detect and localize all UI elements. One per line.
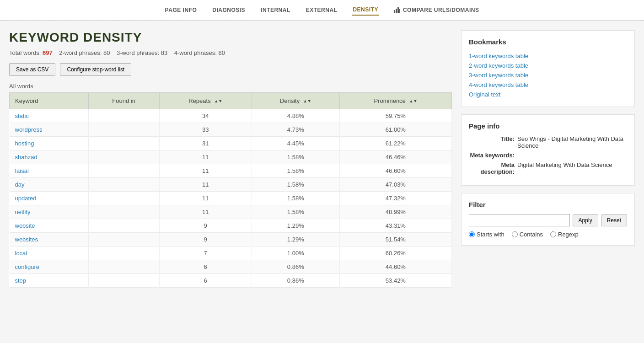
keyword-link[interactable]: shahzad (15, 154, 38, 161)
contains-label: Contains (520, 231, 543, 238)
title-label: Title: (469, 135, 515, 142)
col-repeats[interactable]: Repeats ▲▼ (159, 93, 252, 109)
regexp-radio[interactable] (550, 231, 556, 237)
prominence-cell: 61.22% (339, 137, 451, 150)
found-in-cell (88, 178, 159, 192)
density-cell: 4.73% (252, 123, 339, 137)
filter-regexp[interactable]: Regexp (550, 231, 579, 238)
left-content: KEYWORD DENSITY Total words: 697 2-word … (9, 30, 452, 288)
four-word-label: 4-word phrases: (174, 49, 217, 56)
repeats-cell: 33 (159, 123, 252, 137)
repeats-cell: 34 (159, 109, 252, 123)
title-value: Seo Wings - Digital Marketing With Data … (517, 135, 627, 149)
save-csv-button[interactable]: Save as CSV (9, 63, 55, 76)
keyword-link[interactable]: updated (15, 195, 37, 202)
density-sort-arrows: ▲▼ (303, 99, 311, 103)
reset-button[interactable]: Reset (601, 214, 627, 226)
density-cell: 1.00% (252, 247, 339, 260)
keyword-cell: netlify (10, 205, 89, 219)
density-cell: 1.58% (252, 205, 339, 219)
bookmark-link-3[interactable]: 4-word keywords table (469, 80, 627, 90)
keyword-link[interactable]: step (15, 277, 27, 284)
keyword-link[interactable]: website (15, 222, 35, 229)
regexp-label: Regexp (558, 231, 579, 238)
filter-input[interactable] (469, 214, 570, 226)
keyword-cell: websites (10, 233, 89, 247)
page-info-title: Page info (469, 122, 627, 130)
meta-description-value: Digital Marketing With Data Science (517, 161, 627, 168)
found-in-cell (88, 123, 159, 137)
density-cell: 1.58% (252, 178, 339, 192)
col-density[interactable]: Density ▲▼ (252, 93, 339, 109)
table-row: day111.58%47.03% (10, 178, 452, 192)
nav-internal[interactable]: INTERNAL (260, 5, 291, 15)
table-row: websites91.29%51.54% (10, 233, 452, 247)
density-cell: 4.45% (252, 137, 339, 150)
repeats-sort-arrows: ▲▼ (214, 99, 222, 103)
density-cell: 1.58% (252, 192, 339, 205)
section-label: All words (9, 83, 452, 90)
keyword-link[interactable]: hosting (15, 140, 34, 147)
meta-keywords-row: Meta keywords: (469, 152, 627, 159)
keyword-cell: configure (10, 260, 89, 274)
table-row: netlify111.58%48.99% (10, 205, 452, 219)
page-info-section: Page info Title: Seo Wings - Digital Mar… (461, 114, 635, 186)
title-row: Title: Seo Wings - Digital Marketing Wit… (469, 135, 627, 149)
filter-starts-with[interactable]: Starts with (469, 231, 504, 238)
prominence-cell: 47.03% (339, 178, 451, 192)
repeats-cell: 11 (159, 150, 252, 164)
table-row: static344.88%59.75% (10, 109, 452, 123)
apply-button[interactable]: Apply (573, 214, 598, 226)
contains-radio[interactable] (512, 231, 518, 237)
table-row: configure60.86%44.60% (10, 260, 452, 274)
stats-row: Total words: 697 2-word phrases: 80 3-wo… (9, 49, 452, 56)
repeats-cell: 9 (159, 233, 252, 247)
col-found-in: Found in (88, 93, 159, 109)
keyword-link[interactable]: wordpress (15, 126, 43, 133)
keyword-table: Keyword Found in Repeats ▲▼ Density ▲▼ P… (9, 92, 452, 288)
nav-external[interactable]: EXTERNAL (305, 5, 338, 15)
bookmark-link-4[interactable]: Original text (469, 90, 627, 99)
prominence-cell: 44.60% (339, 260, 451, 274)
bookmarks-title: Bookmarks (469, 38, 627, 46)
configure-stopword-button[interactable]: Configure stop-word list (60, 63, 131, 76)
nav-compare-urls[interactable]: COMPARE URLS/DOMAINS (393, 5, 480, 15)
keyword-link[interactable]: local (15, 250, 27, 257)
bookmark-link-2[interactable]: 3-word keywords table (469, 70, 627, 80)
keyword-link[interactable]: day (15, 181, 25, 188)
filter-contains[interactable]: Contains (512, 231, 543, 238)
bookmark-link-0[interactable]: 1-word keywords table (469, 51, 627, 61)
starts-with-radio[interactable] (469, 231, 475, 237)
table-row: website91.29%43.31% (10, 219, 452, 233)
bookmarks-section: Bookmarks 1-word keywords table2-word ke… (461, 30, 635, 107)
repeats-cell: 11 (159, 205, 252, 219)
nav-page-info[interactable]: PAGE INFO (164, 5, 198, 15)
found-in-cell (88, 247, 159, 260)
keyword-cell: static (10, 109, 89, 123)
page-title: KEYWORD DENSITY (9, 30, 452, 45)
keyword-link[interactable]: configure (15, 263, 39, 270)
prominence-cell: 47.32% (339, 192, 451, 205)
repeats-cell: 7 (159, 247, 252, 260)
col-prominence[interactable]: Prominence ▲▼ (339, 93, 451, 109)
keyword-link[interactable]: websites (15, 236, 38, 243)
prominence-cell: 46.46% (339, 150, 451, 164)
bookmark-link-1[interactable]: 2-word keywords table (469, 61, 627, 70)
top-navigation: PAGE INFO DIAGNOSIS INTERNAL EXTERNAL DE… (0, 0, 644, 21)
right-sidebar: Bookmarks 1-word keywords table2-word ke… (461, 30, 635, 288)
repeats-cell: 11 (159, 164, 252, 178)
keyword-cell: step (10, 274, 89, 288)
keyword-link[interactable]: faisal (15, 167, 29, 174)
table-row: updated111.58%47.32% (10, 192, 452, 205)
nav-diagnosis[interactable]: DIAGNOSIS (211, 5, 246, 15)
keyword-link[interactable]: netlify (15, 209, 31, 215)
keyword-link[interactable]: static (15, 113, 29, 119)
svg-rect-1 (396, 9, 397, 13)
nav-density[interactable]: DENSITY (352, 5, 379, 16)
repeats-cell: 9 (159, 219, 252, 233)
found-in-cell (88, 192, 159, 205)
table-row: step60.86%53.42% (10, 274, 452, 288)
meta-description-row: Metadescription: Digital Marketing With … (469, 161, 627, 175)
filter-radio-row: Starts with Contains Regexp (469, 231, 627, 238)
four-word-value: 80 (219, 49, 225, 56)
